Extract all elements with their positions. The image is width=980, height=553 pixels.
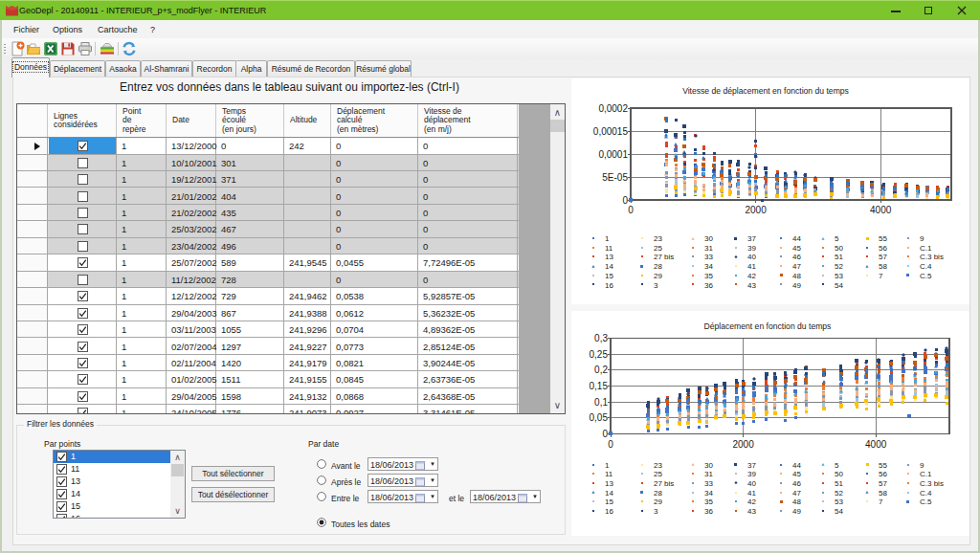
svg-text:50: 50	[835, 470, 843, 478]
svg-text:49: 49	[792, 507, 801, 516]
svg-text:2000: 2000	[745, 205, 767, 215]
svg-text:37: 37	[747, 461, 756, 470]
svg-text:0,05: 0,05	[590, 412, 609, 423]
svg-text:7: 7	[879, 498, 883, 506]
svg-text:C.3 bis: C.3 bis	[920, 479, 944, 488]
svg-text:39: 39	[747, 470, 756, 478]
svg-text:9: 9	[920, 461, 924, 470]
svg-text:37: 37	[747, 234, 756, 243]
svg-text:39: 39	[747, 244, 756, 253]
svg-text:13: 13	[605, 479, 613, 488]
svg-text:16: 16	[605, 507, 613, 516]
svg-text:C.5: C.5	[920, 498, 932, 506]
svg-text:0: 0	[608, 439, 613, 450]
svg-text:3: 3	[654, 507, 658, 516]
svg-text:52: 52	[835, 489, 843, 498]
svg-text:55: 55	[879, 234, 887, 243]
svg-text:C.4: C.4	[920, 489, 932, 498]
svg-text:C.1: C.1	[920, 470, 932, 478]
svg-text:57: 57	[879, 253, 887, 261]
svg-text:28: 28	[654, 489, 662, 498]
svg-text:47: 47	[792, 489, 801, 498]
svg-text:50: 50	[835, 244, 843, 253]
svg-text:4000: 4000	[865, 439, 887, 450]
svg-text:48: 48	[792, 272, 801, 280]
svg-text:3: 3	[654, 281, 658, 290]
svg-text:41: 41	[747, 489, 756, 498]
svg-text:0,00015: 0,00015	[593, 126, 629, 137]
svg-text:25: 25	[654, 470, 662, 478]
svg-text:0,3: 0,3	[594, 333, 608, 343]
svg-text:0,25: 0,25	[590, 349, 609, 360]
svg-text:11: 11	[605, 244, 613, 253]
svg-text:5E-05: 5E-05	[602, 172, 628, 183]
svg-text:5: 5	[835, 234, 839, 243]
svg-text:0,2: 0,2	[594, 365, 608, 375]
svg-text:0,0001: 0,0001	[598, 149, 628, 160]
svg-text:Vitesse de déplacement en fonc: Vitesse de déplacement en fonction du te…	[682, 86, 849, 96]
svg-text:28: 28	[654, 262, 662, 271]
svg-text:49: 49	[792, 281, 801, 290]
svg-text:25: 25	[654, 244, 662, 253]
svg-text:46: 46	[792, 253, 801, 261]
svg-text:C.3 bis: C.3 bis	[920, 253, 944, 261]
svg-text:29: 29	[654, 498, 662, 506]
svg-text:Déplacement en fonction du tem: Déplacement en fonction du temps	[704, 321, 832, 331]
svg-text:57: 57	[879, 479, 887, 488]
svg-text:29: 29	[654, 272, 662, 280]
svg-text:1: 1	[605, 461, 610, 470]
svg-text:45: 45	[792, 244, 801, 253]
svg-text:51: 51	[835, 253, 843, 261]
svg-text:55: 55	[879, 461, 887, 470]
svg-text:5: 5	[835, 461, 839, 470]
svg-text:44: 44	[792, 234, 801, 243]
svg-text:C.5: C.5	[920, 272, 932, 280]
svg-text:54: 54	[835, 507, 843, 516]
svg-text:15: 15	[605, 498, 613, 506]
svg-text:0,0002: 0,0002	[598, 103, 628, 114]
svg-text:30: 30	[704, 461, 713, 470]
svg-text:0: 0	[628, 205, 634, 215]
svg-text:56: 56	[879, 244, 887, 253]
svg-text:9: 9	[920, 234, 924, 243]
svg-text:46: 46	[792, 479, 801, 488]
svg-text:35: 35	[704, 272, 713, 280]
svg-text:54: 54	[835, 281, 843, 290]
svg-text:42: 42	[747, 498, 756, 506]
svg-text:41: 41	[747, 262, 756, 271]
svg-text:58: 58	[879, 262, 887, 271]
svg-text:C.4: C.4	[920, 262, 932, 271]
svg-text:23: 23	[654, 461, 662, 470]
svg-text:1: 1	[605, 234, 610, 243]
svg-text:40: 40	[747, 479, 756, 488]
svg-text:15: 15	[605, 272, 613, 280]
svg-text:56: 56	[879, 470, 887, 478]
svg-text:58: 58	[879, 489, 887, 498]
svg-text:53: 53	[835, 272, 843, 280]
svg-text:0: 0	[602, 429, 608, 439]
svg-text:11: 11	[605, 470, 613, 478]
svg-text:52: 52	[835, 262, 843, 271]
svg-text:27 bis: 27 bis	[654, 479, 674, 488]
svg-text:44: 44	[792, 461, 801, 470]
svg-text:42: 42	[747, 272, 756, 280]
svg-text:14: 14	[605, 489, 613, 498]
svg-text:36: 36	[704, 281, 713, 290]
svg-text:C.1: C.1	[920, 244, 932, 253]
svg-text:0,1: 0,1	[594, 397, 608, 408]
svg-text:33: 33	[704, 253, 713, 261]
svg-text:31: 31	[704, 244, 713, 253]
svg-text:4000: 4000	[870, 205, 892, 215]
svg-text:16: 16	[605, 281, 613, 290]
svg-text:48: 48	[792, 498, 801, 506]
svg-text:23: 23	[654, 234, 662, 243]
svg-text:2000: 2000	[732, 439, 754, 450]
svg-text:47: 47	[792, 262, 801, 271]
svg-text:34: 34	[704, 262, 713, 271]
svg-text:31: 31	[704, 470, 713, 478]
svg-text:40: 40	[747, 253, 756, 261]
svg-text:0,15: 0,15	[590, 381, 609, 391]
svg-text:27 bis: 27 bis	[654, 253, 674, 261]
svg-text:43: 43	[747, 281, 756, 290]
svg-text:33: 33	[704, 479, 713, 488]
